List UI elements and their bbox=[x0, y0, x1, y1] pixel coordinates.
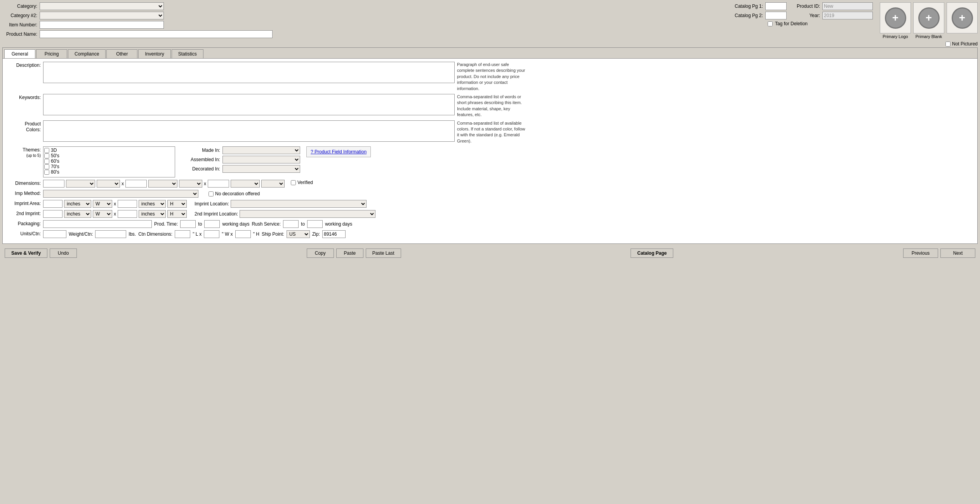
imp-method-select[interactable] bbox=[43, 190, 198, 198]
product-name-input[interactable] bbox=[40, 30, 273, 38]
paste-last-button[interactable]: Paste Last bbox=[366, 249, 401, 258]
made-in-select[interactable] bbox=[222, 146, 300, 154]
second-imprint-row: 2nd Imprint: inches W x inches H bbox=[6, 210, 974, 218]
general-tab-content: Description: Paragraph of end-user safe … bbox=[3, 58, 977, 243]
tab-other[interactable]: Other bbox=[106, 49, 137, 58]
tag-deletion-row: Tag for Deletion bbox=[732, 21, 873, 26]
next-button[interactable]: Next bbox=[940, 249, 975, 258]
keywords-textarea[interactable] bbox=[43, 94, 455, 115]
prod-time-to-input[interactable] bbox=[204, 220, 220, 228]
no-decoration-container: No decoration offered bbox=[209, 191, 260, 196]
prod-time-from-input[interactable] bbox=[180, 220, 196, 228]
dim-select-2[interactable] bbox=[97, 180, 120, 188]
tab-statistics[interactable]: Statistics bbox=[172, 49, 203, 58]
extra-image-container[interactable]: + bbox=[947, 2, 978, 39]
primary-logo-container[interactable]: + Primary Logo bbox=[880, 2, 911, 39]
category2-select[interactable] bbox=[40, 12, 164, 19]
second-imprint-width-input[interactable] bbox=[43, 210, 63, 218]
form-fields-left: Category: Category #2: Item Number: Prod… bbox=[2, 2, 725, 40]
imprint-area-height-input[interactable] bbox=[118, 200, 137, 208]
copy-button[interactable]: Copy bbox=[307, 249, 334, 258]
weight-input[interactable] bbox=[95, 230, 126, 238]
primary-blank-container[interactable]: + Primary Blank bbox=[913, 2, 944, 39]
catalog-pg2-input[interactable] bbox=[765, 12, 787, 19]
imprint-area-unit-select-2[interactable]: inches bbox=[139, 200, 166, 208]
tab-compliance[interactable]: Compliance bbox=[68, 49, 106, 58]
description-textarea[interactable] bbox=[43, 62, 455, 83]
second-imprint-h-select[interactable]: H bbox=[167, 210, 187, 218]
rush-to-input[interactable] bbox=[307, 220, 323, 228]
units-input[interactable] bbox=[43, 230, 66, 238]
not-pictured-checkbox[interactable] bbox=[945, 42, 950, 47]
product-colors-textarea[interactable] bbox=[43, 120, 455, 142]
undo-button[interactable]: Undo bbox=[50, 249, 77, 258]
year-input[interactable] bbox=[822, 12, 873, 19]
primary-logo-button[interactable]: + bbox=[880, 2, 911, 33]
product-id-input[interactable] bbox=[822, 2, 873, 10]
extra-image-button[interactable]: + bbox=[947, 2, 978, 33]
dim-select-4[interactable] bbox=[179, 180, 202, 188]
packaging-input[interactable] bbox=[43, 220, 152, 228]
dim-select-5[interactable] bbox=[231, 180, 260, 188]
dim-input-1[interactable] bbox=[43, 180, 64, 188]
catalog-pg1-input[interactable] bbox=[765, 2, 787, 10]
tab-general[interactable]: General bbox=[4, 49, 35, 58]
second-imprint-unit-select-1[interactable]: inches bbox=[64, 210, 91, 218]
decorated-in-select[interactable] bbox=[222, 165, 300, 173]
imprint-area-w-select[interactable]: W bbox=[93, 200, 112, 208]
working-days-label-2: working days bbox=[325, 221, 352, 227]
product-name-label: Product Name: bbox=[2, 31, 37, 37]
imprint-area-unit-select-1[interactable]: inches bbox=[64, 200, 91, 208]
item-number-row: Item Number: bbox=[2, 21, 725, 29]
category-label: Category: bbox=[2, 3, 37, 9]
second-imprint-height-input[interactable] bbox=[118, 210, 137, 218]
decorated-in-label: Decorated In: bbox=[185, 166, 220, 172]
units-ctn-row: Units/Ctn: Weight/Ctn: lbs. Ctn Dimensio… bbox=[6, 230, 974, 238]
ctn-h-input[interactable] bbox=[235, 230, 251, 238]
item-number-input[interactable] bbox=[40, 21, 164, 29]
dim-select-6[interactable] bbox=[261, 180, 285, 188]
product-field-info-link[interactable]: ? Product Field Information bbox=[306, 146, 371, 157]
zip-input[interactable] bbox=[322, 230, 346, 238]
rush-from-input[interactable] bbox=[283, 220, 299, 228]
imprint-location-select[interactable] bbox=[231, 200, 367, 208]
description-label: Description: bbox=[6, 62, 41, 68]
second-imprint-location-select[interactable] bbox=[240, 210, 375, 218]
imprint-area-width-input[interactable] bbox=[43, 200, 63, 208]
tab-inventory[interactable]: Inventory bbox=[138, 49, 170, 58]
zip-label: Zip: bbox=[312, 231, 320, 237]
paste-button[interactable]: Paste bbox=[336, 249, 363, 258]
second-imprint-unit-select-2[interactable]: inches bbox=[139, 210, 166, 218]
tag-deletion-checkbox[interactable] bbox=[768, 21, 773, 26]
category-select[interactable] bbox=[40, 2, 164, 10]
ctn-w-input[interactable] bbox=[204, 230, 219, 238]
imprint-area-h-select[interactable]: H bbox=[167, 200, 187, 208]
ship-point-select[interactable]: US bbox=[287, 230, 310, 238]
theme-50s-checkbox[interactable] bbox=[44, 153, 49, 158]
dim-select-1[interactable] bbox=[66, 180, 95, 188]
ctn-l-input[interactable] bbox=[175, 230, 190, 238]
assembled-in-label: Assembled In: bbox=[185, 157, 220, 162]
previous-button[interactable]: Previous bbox=[903, 249, 938, 258]
theme-item-70s: 70's bbox=[44, 164, 174, 169]
lbs-label: lbs. bbox=[129, 231, 136, 237]
dim-select-3[interactable] bbox=[148, 180, 177, 188]
theme-80s-checkbox[interactable] bbox=[44, 170, 49, 175]
primary-blank-button[interactable]: + bbox=[913, 2, 944, 33]
tab-pricing[interactable]: Pricing bbox=[36, 49, 67, 58]
product-colors-row: ProductColors: Comma-separated list of a… bbox=[6, 120, 974, 144]
theme-3d-checkbox[interactable] bbox=[44, 148, 49, 153]
second-imprint-w-select[interactable]: W bbox=[93, 210, 112, 218]
assembled-in-select[interactable] bbox=[222, 156, 300, 163]
imprint-location-label: Imprint Location: bbox=[195, 201, 229, 207]
theme-60s-checkbox[interactable] bbox=[44, 159, 49, 164]
verified-checkbox[interactable] bbox=[291, 180, 296, 185]
save-verify-button[interactable]: Save & Verify bbox=[5, 249, 47, 258]
dim-input-3[interactable] bbox=[208, 180, 229, 188]
product-colors-label: ProductColors: bbox=[6, 120, 41, 133]
no-decoration-checkbox[interactable] bbox=[209, 191, 214, 196]
made-in-label: Made In: bbox=[185, 148, 220, 153]
theme-70s-checkbox[interactable] bbox=[44, 164, 49, 169]
catalog-page-button[interactable]: Catalog Page bbox=[631, 249, 673, 258]
dim-input-2[interactable] bbox=[125, 180, 147, 188]
